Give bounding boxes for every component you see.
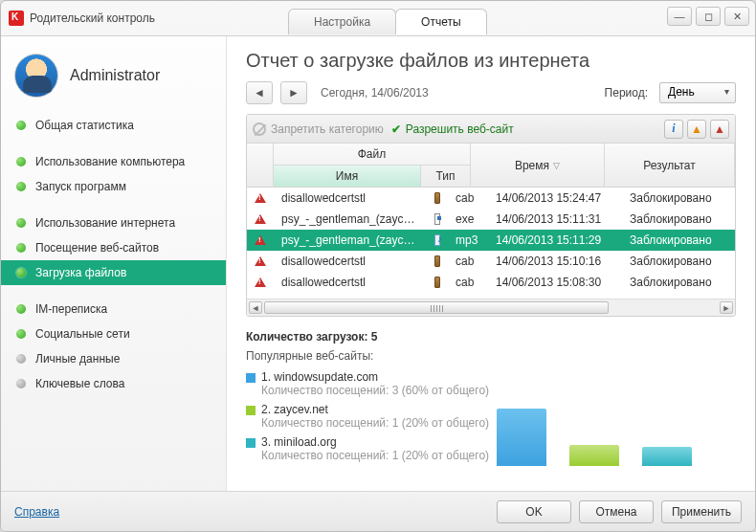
maximize-button[interactable]: ◻ <box>696 7 721 26</box>
app-icon <box>9 11 24 26</box>
grid-body: disallowedcertstlcab14/06/2013 15:24:47З… <box>247 188 735 299</box>
scroll-thumb[interactable] <box>264 301 609 314</box>
warning-orange-button[interactable]: ▲ <box>687 120 706 139</box>
file-exe-icon <box>434 213 440 225</box>
period-select[interactable]: День <box>659 82 736 103</box>
warn-cell <box>247 256 274 266</box>
popular-sites-label: Популярные веб-сайты: <box>246 349 736 363</box>
chart-bar-2 <box>569 445 619 466</box>
ok-button[interactable]: OK <box>497 500 571 523</box>
col-file-group: Файл Имя Тип <box>274 144 471 187</box>
col-time[interactable]: Время▽ <box>471 144 605 187</box>
chart-bar-3 <box>642 447 692 466</box>
status-dot <box>16 268 26 277</box>
col-name[interactable]: Имя <box>274 166 421 187</box>
status-dot <box>16 329 26 339</box>
table-row[interactable]: disallowedcertstlcab14/06/2013 15:08:30З… <box>247 272 735 293</box>
col-result[interactable]: Результат <box>605 144 735 187</box>
table-row[interactable]: disallowedcertstlcab14/06/2013 15:10:16З… <box>247 251 735 272</box>
sidebar-item-5[interactable]: Загрузка файлов <box>1 260 226 285</box>
sidebar-item-7[interactable]: Социальные сети <box>1 321 226 346</box>
scroll-right-arrow[interactable]: ► <box>720 301 733 314</box>
site-meta: Количество посещений: 1 (20% от общего) <box>261 416 489 430</box>
status-dot <box>16 218 26 228</box>
table-row[interactable]: psy_-_gentleman_(zaycev…exe14/06/2013 15… <box>247 209 735 230</box>
name-cell: disallowedcertstl <box>274 191 427 205</box>
result-cell: Заблокировано <box>622 191 735 205</box>
file-cab-icon <box>434 255 440 267</box>
block-category-action[interactable]: Запретить категорию <box>253 122 384 136</box>
sidebar-item-3[interactable]: Использование интернета <box>1 211 226 235</box>
icon-cell <box>427 192 448 204</box>
legend-swatch <box>246 373 256 383</box>
icon-cell <box>427 277 448 288</box>
cancel-button[interactable]: Отмена <box>579 500 654 523</box>
warning-red-button[interactable]: ▲ <box>710 120 729 139</box>
time-cell: 14/06/2013 15:11:31 <box>488 212 622 226</box>
chart-bar-1 <box>497 409 546 466</box>
name-cell: disallowedcertstl <box>274 255 427 268</box>
report-panel: Запретить категорию ✔ Разрешить веб-сайт… <box>246 114 736 317</box>
sidebar-item-6[interactable]: IM-переписка <box>1 297 226 321</box>
horizontal-scrollbar[interactable]: ◄ ► <box>247 299 735 316</box>
apply-button[interactable]: Применить <box>661 500 742 523</box>
sidebar-item-1[interactable]: Использование компьютера <box>1 149 226 174</box>
sidebar-item-label: Загрузка файлов <box>35 266 126 279</box>
period-label: Период: <box>605 86 648 100</box>
warning-icon <box>255 256 266 266</box>
window-controls: — ◻ ✕ <box>667 7 749 26</box>
time-cell: 14/06/2013 15:08:30 <box>488 276 622 289</box>
warn-cell <box>247 277 274 287</box>
col-type[interactable]: Тип <box>421 166 470 187</box>
sites-chart <box>497 389 717 466</box>
sidebar-item-0[interactable]: Общая статистика <box>1 113 226 138</box>
site-name: windowsupdate.com <box>274 370 378 384</box>
status-dot <box>16 182 26 191</box>
download-count: Количество загрузок: 5 <box>246 330 736 344</box>
warning-icon <box>255 235 266 245</box>
minimize-button[interactable]: — <box>667 7 692 26</box>
table-row[interactable]: disallowedcertstlcab14/06/2013 15:24:47З… <box>247 188 735 209</box>
sidebar-item-2[interactable]: Запуск программ <box>1 174 226 199</box>
tab-reports[interactable]: Отчеты <box>395 9 486 34</box>
main-tabs: Настройка Отчеты <box>288 9 486 34</box>
close-button[interactable]: ✕ <box>724 7 749 26</box>
file-cab-icon <box>434 192 440 204</box>
time-cell: 14/06/2013 15:24:47 <box>488 191 622 205</box>
block-icon <box>253 122 266 136</box>
col-warn[interactable] <box>247 144 274 187</box>
warn-cell <box>247 235 274 245</box>
type-cell: cab <box>448 191 488 205</box>
file-mp3-icon <box>434 234 440 246</box>
nav-list: Общая статистикаИспользование компьютера… <box>1 113 226 396</box>
sidebar-item-9[interactable]: Ключевые слова <box>1 371 226 396</box>
app-window: Родительский контроль Настройка Отчеты —… <box>0 0 756 532</box>
warning-icon <box>255 193 266 203</box>
time-cell: 14/06/2013 15:10:16 <box>488 255 622 268</box>
legend-swatch <box>246 406 256 415</box>
prev-date-button[interactable]: ◄ <box>246 81 273 104</box>
help-link[interactable]: Справка <box>14 505 59 519</box>
sidebar-item-label: Общая статистика <box>35 119 134 132</box>
scroll-left-arrow[interactable]: ◄ <box>249 301 262 314</box>
site-meta: Количество посещений: 3 (60% от общего) <box>261 384 489 397</box>
sidebar-item-label: Использование компьютера <box>35 155 185 168</box>
col-file[interactable]: Файл <box>274 144 470 166</box>
window-title: Родительский контроль <box>30 11 155 25</box>
tab-settings[interactable]: Настройка <box>288 9 396 34</box>
sidebar-item-8[interactable]: Личные данные <box>1 346 226 371</box>
username: Administrator <box>70 67 160 84</box>
table-row[interactable]: psy_-_gentleman_(zaycev…mp314/06/2013 15… <box>247 230 735 251</box>
icon-cell <box>427 213 448 225</box>
type-cell: cab <box>448 276 488 289</box>
result-cell: Заблокировано <box>622 255 735 268</box>
allow-site-action[interactable]: ✔ Разрешить веб-сайт <box>391 122 514 136</box>
name-cell: disallowedcertstl <box>274 276 427 289</box>
site-index: 2. <box>261 403 274 416</box>
status-dot <box>16 243 26 253</box>
sidebar-item-4[interactable]: Посещение веб-сайтов <box>1 235 226 260</box>
info-icon-button[interactable]: i <box>664 120 683 139</box>
time-cell: 14/06/2013 15:11:29 <box>488 233 622 247</box>
next-date-button[interactable]: ► <box>280 81 307 104</box>
file-cab-icon <box>434 277 440 288</box>
